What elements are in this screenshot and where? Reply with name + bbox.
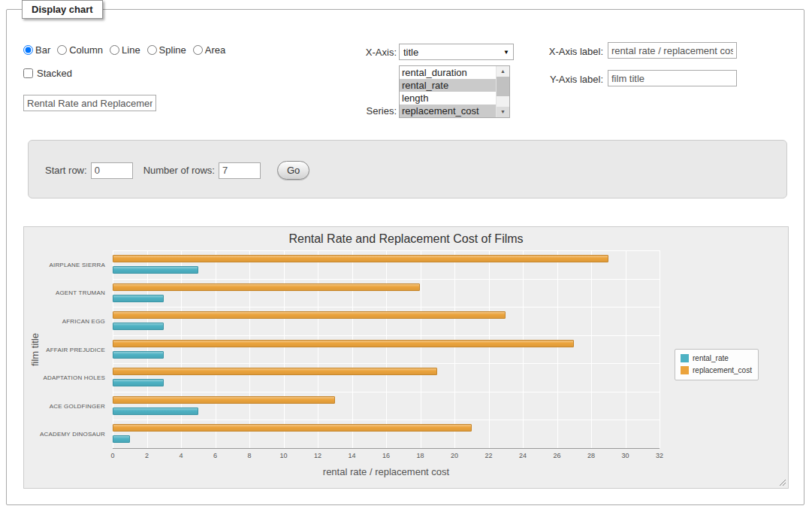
bar-replacement_cost [113, 283, 420, 291]
gridline [454, 250, 455, 448]
x-tick-label: 18 [416, 452, 424, 459]
x-axis-selected-value: title [403, 47, 418, 58]
x-tick-label: 0 [110, 452, 114, 459]
category-label: AGENT TRUMAN [56, 289, 105, 296]
series-option-rental_duration[interactable]: rental_duration [400, 66, 496, 79]
category-label: AIRPLANE SIERRA [49, 261, 105, 268]
gridline [523, 250, 524, 448]
chart-type-line[interactable]: Line [110, 44, 140, 56]
radio-bar[interactable] [23, 45, 33, 55]
x-tick-label: 14 [348, 452, 355, 459]
x-tick-label: 12 [314, 452, 321, 459]
gridline [113, 250, 113, 448]
y-axis-label-input[interactable] [608, 70, 737, 86]
chart-title-input[interactable] [23, 95, 156, 111]
gridline [113, 307, 660, 308]
x-axis-select[interactable]: title ▼ [399, 44, 514, 60]
gridline [113, 335, 660, 336]
panel-title: Display chart [22, 0, 103, 19]
gridline [557, 250, 558, 448]
series-field-label: Series: [330, 105, 397, 117]
radio-column[interactable] [57, 45, 67, 55]
gridline [113, 363, 660, 364]
category-label: ACE GOLDFINGER [50, 402, 105, 409]
y-axis-label-field-label: Y-Axis label: [509, 74, 603, 85]
bar-rental_rate [113, 379, 164, 386]
row-controls-panel: Start row: Number of rows: Go [28, 140, 787, 198]
radio-label-bar: Bar [35, 44, 50, 56]
gridline [113, 392, 660, 392]
gridline [352, 250, 353, 448]
legend-label: rental_rate [693, 354, 729, 362]
legend-item-rental_rate[interactable]: rental_rate [681, 354, 752, 362]
x-axis-label-input[interactable] [608, 42, 737, 59]
x-tick-label: 30 [621, 452, 629, 459]
gridline [216, 250, 216, 448]
chart-type-bar[interactable]: Bar [23, 44, 50, 56]
chart-type-column[interactable]: Column [57, 44, 103, 56]
x-tick-label: 20 [451, 452, 458, 459]
resize-handle-icon[interactable] [777, 477, 786, 486]
chart-type-spline[interactable]: Spline [147, 44, 186, 56]
start-row-input[interactable] [91, 162, 133, 179]
stacked-option[interactable]: Stacked [23, 68, 72, 79]
radio-area[interactable] [193, 45, 203, 55]
legend-label: replacement_cost [693, 366, 752, 374]
stacked-label: Stacked [37, 68, 72, 79]
x-tick-label: 4 [179, 452, 183, 459]
chart-type-radios: BarColumnLineSplineArea [23, 44, 225, 56]
bar-rental_rate [113, 266, 198, 274]
x-axis-field-label: X-Axis: [330, 47, 397, 58]
scrollbar-thumb[interactable] [497, 77, 509, 96]
go-button[interactable]: Go [277, 161, 309, 180]
start-row-label: Start row: [45, 165, 87, 176]
series-option-replacement_cost[interactable]: replacement_cost [400, 105, 496, 117]
number-of-rows-label: Number of rows: [143, 165, 215, 176]
gridline [284, 250, 285, 448]
legend-swatch [681, 366, 689, 374]
bar-replacement_cost [113, 255, 608, 262]
bar-rental_rate [113, 323, 164, 330]
bar-replacement_cost [113, 396, 335, 404]
x-tick-label: 24 [519, 452, 527, 459]
legend-item-replacement_cost[interactable]: replacement_cost [681, 366, 752, 374]
bar-rental_rate [113, 435, 130, 443]
y-cat-labels: AIRPLANE SIERRAAGENT TRUMANAFRICAN EGGAF… [24, 250, 108, 448]
radio-label-spline: Spline [159, 44, 186, 56]
category-label: ADAPTATION HOLES [44, 374, 105, 381]
bar-rental_rate [113, 407, 198, 415]
series-option-rental_rate[interactable]: rental_rate [400, 79, 496, 92]
gridline [113, 420, 660, 420]
radio-line[interactable] [110, 45, 119, 55]
gridline [318, 250, 318, 448]
gridline [147, 250, 148, 448]
bar-rental_rate [113, 351, 164, 359]
bar-replacement_cost [113, 368, 437, 375]
gridline [421, 250, 421, 448]
series-option-length[interactable]: length [400, 92, 496, 105]
radio-spline[interactable] [147, 45, 157, 55]
row-controls: Start row: Number of rows: Go [45, 161, 309, 180]
gridline [386, 250, 387, 448]
radio-label-area: Area [205, 44, 225, 56]
x-tick-label: 8 [247, 452, 251, 459]
x-tick-label: 2 [145, 452, 149, 459]
chart-type-area[interactable]: Area [193, 44, 225, 56]
gridline [660, 250, 660, 448]
chart-title: Rental Rate and Replacement Cost of Film… [24, 232, 788, 246]
scroll-up-icon[interactable]: ▲ [497, 66, 509, 77]
scroll-down-icon[interactable]: ▼ [497, 107, 509, 117]
x-tick-label: 26 [553, 452, 560, 459]
category-label: AFFAIR PREJUDICE [46, 346, 105, 353]
series-multiselect[interactable]: rental_durationrental_ratelengthreplacem… [399, 65, 510, 118]
radio-label-column: Column [69, 44, 103, 56]
stacked-checkbox[interactable] [23, 68, 33, 78]
chart-legend: rental_ratereplacement_cost [675, 349, 759, 380]
bar-replacement_cost [113, 424, 472, 432]
category-label: ACADEMY DINOSAUR [40, 431, 105, 438]
scrollbar[interactable]: ▲ ▼ [496, 66, 509, 117]
number-of-rows-input[interactable] [219, 162, 261, 179]
gridline [113, 250, 660, 251]
x-ticks: 02468101214161820222426283032 [113, 452, 669, 461]
x-tick-label: 10 [279, 452, 287, 459]
